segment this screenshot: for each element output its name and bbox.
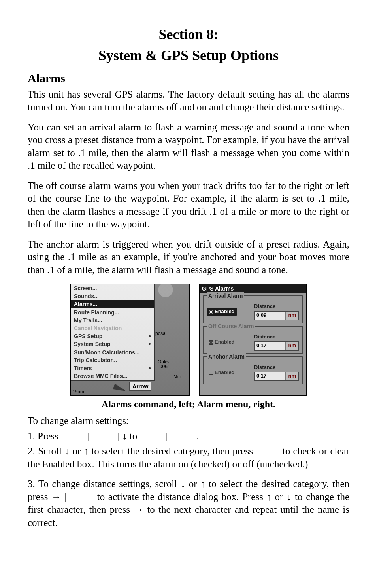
step3-d: to activate the distance dialog box. Pre… [97,492,267,502]
legend-offcourse: Off Course Alarm [207,323,255,330]
distance-unit: nm [285,342,299,350]
distance-field-arrival[interactable]: 0.09 nm [254,311,299,320]
step2-a: 2. Scroll [28,446,64,456]
para-4: The anchor alarm is triggered when you d… [28,238,349,277]
enabled-label: Enabled [215,308,235,315]
menu-item-system-setup-label: System Setup [74,341,111,347]
para-2: You can set an arrival alarm to flash a … [28,121,349,172]
bar-symbol: | [87,431,89,441]
menu-item-trip-calc[interactable]: Trip Calculator... [71,356,154,364]
steps-intro: To change alarm settings: [28,414,349,427]
down-arrow-icon: ↓ [287,492,292,502]
checkbox-icon [209,371,213,375]
step1-a: 1. Press [28,431,61,441]
right-arrow-icon: → [134,504,143,515]
menu-item-browse-mmc[interactable]: Browse MMC Files... [71,372,154,380]
step-3: 3. To change distance settings, scroll ↓… [28,478,349,529]
distance-value: 0.17 [255,372,285,380]
checkbox-icon [209,340,213,345]
distance-value: 0.09 [255,312,285,320]
para-1: This unit has several GPS alarms. The fa… [28,88,349,114]
step1-b: to [130,431,140,441]
figure-caption: Alarms command, left; Alarm menu, right. [28,398,349,410]
heading-alarms: Alarms [28,70,349,86]
step3-b: or [189,478,200,489]
gps-alarms-panel: GPS Alarms Arrival Alarm Enabled Distanc… [199,284,307,396]
enabled-toggle-arrival[interactable]: Enabled [207,308,237,316]
menu-item-timers[interactable]: Timers ▸ [71,364,154,372]
group-arrival-alarm: Arrival Alarm Enabled Distance 0.09 nm [203,295,303,323]
arrow-label-box: Arrow [129,382,151,391]
distance-label: Distance [254,303,299,310]
menu-item-system-setup[interactable]: System Setup ▸ [71,340,154,348]
menu-panel: Screen... Sounds... Alarms... Route Plan… [70,284,190,396]
section-title-line1: Section 8: [28,25,349,44]
menu-item-screen[interactable]: Screen... [71,284,154,292]
map-label-posa: posa [155,331,166,336]
enabled-label: Enabled [215,369,235,376]
up-arrow-icon: ↑ [83,446,89,456]
down-arrow-icon: ↓ [181,478,186,489]
bar-symbol: | [118,431,120,441]
down-arrow-icon: ↓ [122,431,127,441]
map-scale-label: 15nm [72,389,84,394]
submenu-arrow-icon: ▸ [149,341,151,347]
up-arrow-icon: ↑ [267,492,272,502]
menu-item-sunmoon[interactable]: Sun/Moon Calculations... [71,348,154,356]
distance-label: Distance [254,364,299,371]
legend-arrival: Arrival Alarm [207,292,244,299]
group-anchor-alarm: Anchor Alarm Enabled Distance 0.17 nm [203,356,303,384]
menu-item-trails[interactable]: My Trails... [71,316,154,324]
para-3: The off course alarm warns you when your… [28,180,349,231]
bar-symbol: | [166,431,168,441]
step2-c: to select the desired category, then pre… [91,446,256,456]
enabled-label: Enabled [215,339,235,346]
map-label-code: °006° [158,364,170,369]
distance-value: 0.17 [255,342,285,350]
menu-item-sounds[interactable]: Sounds... [71,292,154,300]
gps-alarms-title: GPS Alarms [200,284,306,293]
checkbox-icon [209,310,213,314]
step-1: 1. Press | | ↓ to | . [28,430,349,443]
down-arrow-icon: ↓ [64,446,70,456]
submenu-arrow-icon: ▸ [149,333,151,339]
enabled-toggle-anchor[interactable]: Enabled [207,369,237,377]
menu-item-alarms[interactable]: Alarms... [71,300,154,308]
step2-b: or [72,446,83,456]
distance-field-anchor[interactable]: 0.17 nm [254,372,299,381]
menu-list: Screen... Sounds... Alarms... Route Plan… [71,284,155,381]
step3-e: or [275,492,287,502]
menu-item-route[interactable]: Route Planning... [71,308,154,316]
submenu-arrow-icon: ▸ [149,365,151,371]
group-offcourse-alarm: Off Course Alarm Enabled Distance 0.17 n… [203,326,303,354]
up-arrow-icon: ↑ [200,478,205,489]
distance-field-offcourse[interactable]: 0.17 nm [254,341,299,351]
step1-c: . [196,431,199,441]
menu-item-cancel-nav: Cancel Navigation [71,324,154,332]
right-arrow-icon: → [51,492,61,502]
section-title-line2: System & GPS Setup Options [28,46,349,65]
legend-anchor: Anchor Alarm [207,353,246,360]
menu-item-timers-label: Timers [74,365,92,371]
map-label-nei: Nei [173,374,181,379]
step-2: 2. Scroll ↓ or ↑ to select the desired c… [28,445,349,471]
menu-item-gps-setup[interactable]: GPS Setup ▸ [71,332,154,340]
step3-a: 3. To change distance settings, scroll [28,478,181,489]
bar-symbol: | [65,492,67,502]
distance-unit: nm [285,372,299,380]
distance-unit: nm [285,312,299,320]
enabled-toggle-offcourse[interactable]: Enabled [207,338,237,346]
distance-label: Distance [254,334,299,340]
menu-item-gps-setup-label: GPS Setup [74,333,102,339]
